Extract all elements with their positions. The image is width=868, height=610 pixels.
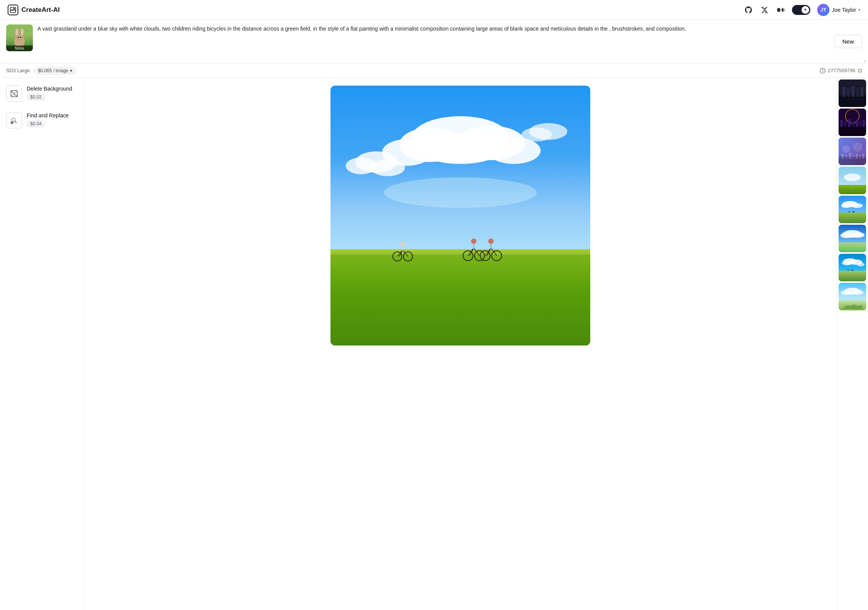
svg-point-1 bbox=[13, 8, 15, 10]
app-header: CreateArt-AI ☀ bbox=[0, 0, 868, 20]
delete-background-tool[interactable]: Delete Background $0.02 bbox=[6, 86, 78, 102]
svg-point-91 bbox=[849, 211, 850, 212]
svg-point-37 bbox=[400, 242, 405, 246]
copy-icon[interactable]: ⧉ bbox=[858, 67, 862, 74]
thumbnails-sidebar bbox=[837, 78, 868, 610]
svg-rect-68 bbox=[852, 121, 854, 127]
prompt-area: None A vast grassland under a blue sky w… bbox=[0, 20, 868, 64]
thumbnail-3[interactable] bbox=[839, 138, 866, 165]
svg-rect-70 bbox=[860, 121, 862, 127]
svg-point-2 bbox=[777, 8, 781, 12]
model-bar: SD3 Large $0.065 / image ▾ 2777509796 ⧉ bbox=[0, 64, 868, 78]
svg-rect-67 bbox=[848, 119, 851, 127]
svg-point-107 bbox=[852, 269, 853, 271]
svg-point-8 bbox=[16, 29, 18, 36]
svg-point-93 bbox=[853, 211, 855, 212]
find-replace-price: $0.04 bbox=[27, 120, 45, 127]
theme-toggle-knob: ☀ bbox=[802, 6, 809, 14]
delete-bg-label: Delete Background bbox=[27, 86, 72, 92]
generated-image[interactable] bbox=[330, 86, 590, 346]
svg-rect-60 bbox=[856, 88, 859, 97]
svg-rect-71 bbox=[863, 120, 865, 127]
prompt-thumbnail[interactable]: None bbox=[6, 24, 33, 51]
thumbnail-5[interactable] bbox=[839, 196, 866, 223]
svg-rect-61 bbox=[860, 87, 863, 97]
svg-point-74 bbox=[853, 143, 862, 152]
image-area bbox=[84, 78, 837, 610]
svg-rect-81 bbox=[859, 154, 861, 159]
svg-rect-77 bbox=[845, 154, 847, 159]
svg-rect-63 bbox=[839, 126, 866, 136]
svg-point-104 bbox=[857, 263, 865, 266]
svg-point-97 bbox=[840, 233, 852, 238]
app-name: CreateArt-AI bbox=[21, 6, 60, 14]
thumbnail-2[interactable] bbox=[839, 109, 866, 136]
svg-rect-79 bbox=[853, 155, 854, 159]
model-name: SD3 Large bbox=[6, 68, 30, 73]
svg-point-85 bbox=[844, 174, 861, 181]
new-button[interactable]: New bbox=[834, 35, 862, 48]
main-content: Delete Background $0.02 Find and Replace… bbox=[0, 78, 868, 610]
theme-toggle[interactable]: ☀ bbox=[792, 5, 810, 15]
medium-icon[interactable] bbox=[776, 5, 785, 15]
prompt-input[interactable]: A vast grassland under a blue sky with w… bbox=[37, 24, 830, 59]
svg-point-17 bbox=[12, 118, 15, 121]
avatar: JT bbox=[817, 4, 829, 16]
thumbnail-none-label: None bbox=[6, 45, 33, 51]
seed-info: 2777509796 ⧉ bbox=[819, 67, 862, 74]
svg-rect-82 bbox=[862, 154, 864, 159]
svg-point-3 bbox=[782, 8, 784, 11]
svg-point-13 bbox=[18, 38, 21, 39]
delete-bg-icon bbox=[6, 86, 22, 102]
model-price: $0.065 / image bbox=[38, 68, 68, 73]
svg-rect-80 bbox=[856, 153, 858, 159]
thumbnail-6[interactable] bbox=[839, 225, 866, 252]
logo-icon bbox=[8, 5, 18, 15]
thumbnail-1[interactable] bbox=[839, 79, 866, 107]
svg-point-89 bbox=[841, 203, 851, 208]
svg-rect-59 bbox=[851, 86, 855, 97]
svg-rect-57 bbox=[842, 87, 845, 97]
seed-value: 2777509796 bbox=[828, 68, 855, 73]
dropdown-chevron: ▾ bbox=[70, 68, 72, 73]
find-replace-tool[interactable]: Find and Replace $0.04 bbox=[6, 112, 78, 128]
thumbnail-7[interactable] bbox=[839, 254, 866, 281]
svg-point-98 bbox=[852, 232, 865, 238]
thumbnail-4[interactable] bbox=[839, 167, 866, 194]
svg-rect-76 bbox=[842, 154, 844, 159]
svg-point-111 bbox=[841, 290, 852, 295]
scene-grass bbox=[330, 255, 590, 346]
header-icons: ☀ JT Joe Taylor ▾ bbox=[744, 4, 860, 16]
svg-point-9 bbox=[21, 29, 23, 36]
svg-point-90 bbox=[851, 203, 863, 208]
svg-point-4 bbox=[784, 8, 785, 11]
svg-rect-100 bbox=[839, 271, 866, 281]
find-replace-icon bbox=[6, 112, 22, 128]
svg-rect-69 bbox=[856, 120, 858, 127]
github-icon[interactable] bbox=[744, 5, 753, 15]
find-replace-label: Find and Replace bbox=[27, 112, 69, 118]
tools-sidebar: Delete Background $0.02 Find and Replace… bbox=[0, 78, 84, 610]
user-name: Joe Taylor bbox=[832, 7, 856, 13]
svg-point-45 bbox=[471, 238, 476, 244]
chevron-down-icon: ▾ bbox=[858, 8, 860, 12]
user-menu[interactable]: JT Joe Taylor ▾ bbox=[817, 4, 860, 16]
svg-point-53 bbox=[488, 238, 494, 244]
x-icon[interactable] bbox=[760, 5, 769, 15]
svg-rect-58 bbox=[847, 88, 850, 97]
svg-rect-66 bbox=[844, 121, 846, 127]
svg-point-73 bbox=[842, 145, 850, 153]
svg-rect-95 bbox=[839, 242, 866, 252]
app-logo[interactable]: CreateArt-AI bbox=[8, 5, 60, 15]
svg-rect-78 bbox=[849, 153, 851, 159]
svg-rect-65 bbox=[840, 120, 843, 127]
delete-bg-price: $0.02 bbox=[27, 94, 45, 101]
svg-rect-87 bbox=[839, 213, 866, 223]
svg-point-105 bbox=[848, 269, 849, 271]
seed-icon bbox=[819, 68, 826, 74]
thumbnail-8[interactable] bbox=[839, 283, 866, 310]
svg-point-112 bbox=[852, 290, 863, 295]
bicycle-figures bbox=[330, 232, 590, 262]
resize-handle: ⌟ bbox=[863, 57, 866, 63]
model-price-badge[interactable]: $0.065 / image ▾ bbox=[34, 67, 76, 75]
